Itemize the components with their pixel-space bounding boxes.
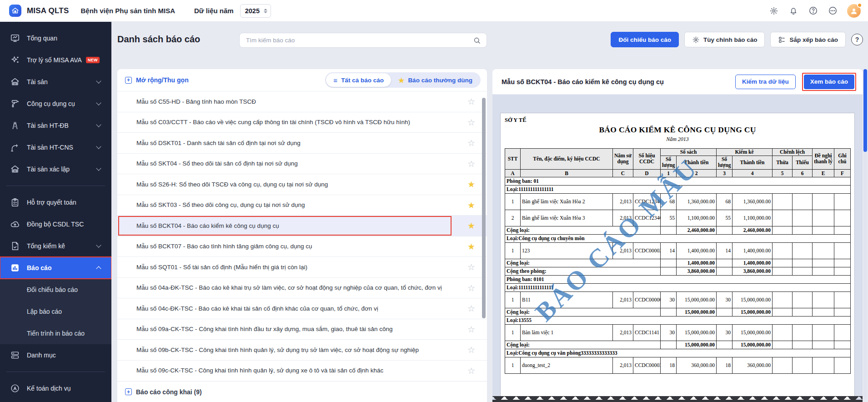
report-item-label: Mẫu số 04a-ĐK-TSC - Báo cáo kê khai trụ … bbox=[136, 284, 442, 291]
report-list-item[interactable]: Mẫu số 04a-ĐK-TSC - Báo cáo kê khai trụ … bbox=[117, 277, 487, 298]
report-list-item[interactable]: Mẫu số 09c-CK-TSC - Công khai tình hình … bbox=[117, 360, 487, 381]
report-list-item[interactable]: Mẫu số C55-HD - Bảng tính hao mòn TSCĐ ☆ bbox=[117, 91, 487, 112]
chevron-down-icon bbox=[96, 78, 101, 83]
document-subtitle: Năm 2013 bbox=[505, 136, 850, 143]
view-report-button[interactable]: Xem báo cáo bbox=[804, 75, 854, 89]
sidebar-item-label: Tổng quan bbox=[27, 35, 57, 42]
organization-name[interactable]: Bệnh viện Phụ sản tỉnh MISA bbox=[80, 7, 175, 15]
search-box[interactable] bbox=[239, 33, 487, 48]
app-logo-icon[interactable] bbox=[9, 5, 21, 17]
filter-favorite-reports[interactable]: ★ Báo cáo thường dùng bbox=[391, 73, 480, 87]
sort-report-button[interactable]: Sắp xếp báo cáo bbox=[770, 32, 846, 47]
sidebar: Tổng quan Trợ lý số MISA AVA NEW Tài sản… bbox=[0, 22, 111, 402]
asset-icon bbox=[10, 77, 20, 87]
sidebar-item-tai-san-xac-lap[interactable]: Tài sản xác lập bbox=[0, 158, 111, 180]
report-list-item[interactable]: Mẫu số 04c-ĐK-TSC - Báo cáo kê khai tài … bbox=[117, 298, 487, 319]
sidebar-item-label: Tài sản bbox=[27, 78, 48, 85]
settings-gear-icon[interactable] bbox=[769, 6, 779, 16]
sidebar-item-ho-tro-quyet-toan[interactable]: Hỗ trợ quyết toán bbox=[0, 191, 111, 213]
submenu-item-doi-chieu-bao-cao[interactable]: Đối chiếu báo cáo bbox=[0, 279, 111, 301]
sidebar-item-ke-toan-dich-vu[interactable]: Kế toán dịch vụ bbox=[0, 377, 111, 399]
table-row: 1duong_test_22,013CCDC00003018360,000.00… bbox=[505, 357, 851, 373]
year-spinner[interactable]: 2025 bbox=[240, 4, 271, 18]
star-icon[interactable]: ☆ bbox=[467, 117, 475, 127]
more-options-icon[interactable] bbox=[828, 6, 838, 16]
col-qty: Số lượng bbox=[661, 156, 677, 169]
filter-all-label: Tất cả báo cáo bbox=[341, 77, 384, 84]
star-icon[interactable]: ★ bbox=[467, 241, 475, 251]
filter-all-reports[interactable]: ≡ Tất cả báo cáo bbox=[326, 73, 391, 87]
star-icon[interactable]: ☆ bbox=[467, 138, 475, 148]
sidebar-item-tai-san[interactable]: Tài sản bbox=[0, 71, 111, 93]
star-icon[interactable]: ☆ bbox=[467, 345, 475, 355]
search-icon[interactable] bbox=[473, 36, 481, 45]
col-book: Số sách bbox=[661, 149, 717, 156]
star-icon[interactable]: ☆ bbox=[467, 96, 475, 107]
submenu-item-label: Lập báo cáo bbox=[27, 308, 62, 315]
star-icon[interactable]: ★ bbox=[467, 221, 475, 231]
star-icon[interactable]: ☆ bbox=[467, 365, 475, 376]
star-icon[interactable]: ☆ bbox=[467, 158, 475, 169]
spinner-arrows-icon[interactable] bbox=[264, 9, 267, 13]
col-proposal: Đề nghị thanh lý bbox=[813, 149, 834, 170]
report-list-item[interactable]: Mẫu số SKT04 - Sổ theo dõi tài sản cố đị… bbox=[117, 153, 487, 174]
report-list-item[interactable]: Mẫu số DSKT01 - Danh sách tài sản cố địn… bbox=[117, 132, 487, 153]
report-list-item[interactable]: Mẫu số SKT03 - Sổ theo dõi công cụ, dụng… bbox=[117, 195, 487, 216]
submenu-item-tien-trinh-in-bao-cao[interactable]: Tiến trình in báo cáo bbox=[0, 322, 111, 344]
report-list-item[interactable]: Mẫu số 09b-CK-TSC - Công khai tình hình … bbox=[117, 339, 487, 360]
star-icon[interactable]: ★ bbox=[467, 200, 475, 210]
col-diff: Chênh lệch bbox=[773, 149, 813, 156]
sidebar-item-danh-muc[interactable]: Danh mục bbox=[0, 344, 111, 366]
sidebar-item-tai-san-ht-db[interactable]: Tài sản HT-ĐB bbox=[0, 115, 111, 136]
sidebar-item-dong-bo-csdl[interactable]: Đồng bộ CSDL TSC bbox=[0, 213, 111, 235]
sidebar-item-tai-san-ht-cns[interactable]: Tài sản HT-CNS bbox=[0, 136, 111, 158]
search-input[interactable] bbox=[246, 37, 473, 44]
submenu-item-label: Tiến trình in báo cáo bbox=[27, 330, 85, 337]
plus-icon: + bbox=[125, 388, 132, 395]
sidebar-item-tong-quan[interactable]: Tổng quan bbox=[0, 27, 111, 49]
table-row: Loại:111111111111111 bbox=[505, 185, 851, 193]
star-icon[interactable]: ☆ bbox=[467, 303, 475, 314]
help-icon[interactable] bbox=[808, 6, 818, 16]
star-icon[interactable]: ☆ bbox=[467, 324, 475, 334]
user-avatar[interactable] bbox=[847, 4, 861, 18]
report-list-item[interactable]: Mẫu số 09a-CK-TSC - Công khai tình hình … bbox=[117, 319, 487, 340]
report-list-item[interactable]: Mẫu số S26-H: Sổ theo dõi TSCĐ và công c… bbox=[117, 174, 487, 195]
report-list-item[interactable]: Mẫu số BCKT04 - Báo cáo kiểm kê công cụ … bbox=[117, 215, 487, 236]
paint-roller-icon bbox=[10, 99, 20, 109]
expand-collapse-link[interactable]: + Mở rộng/Thu gọn bbox=[125, 76, 189, 84]
col-inventory: Kiểm kê bbox=[717, 149, 773, 156]
submenu-item-lap-bao-cao[interactable]: Lập báo cáo bbox=[0, 301, 111, 322]
report-list-item[interactable]: Mẫu số BCKT07 - Báo cáo tình hình tăng g… bbox=[117, 236, 487, 257]
table-row: Loại:Công cụ dụng cụ văn phòng3333333333… bbox=[505, 349, 851, 357]
sidebar-item-tong-kiem-ke[interactable]: Tổng kiểm kê bbox=[0, 235, 111, 257]
main-content: Danh sách báo cáo Đối chiếu báo cáo Tùy … bbox=[111, 22, 868, 402]
sidebar-item-tro-ly-so[interactable]: Trợ lý số MISA AVA NEW bbox=[0, 49, 111, 71]
sidebar-item-cong-cu-dung-cu[interactable]: Công cụ dụng cụ bbox=[0, 93, 111, 115]
report-list-item[interactable]: Mẫu số C03/CCTT - Báo cáo về việc cung c… bbox=[117, 112, 487, 133]
compare-report-button[interactable]: Đối chiếu báo cáo bbox=[611, 32, 679, 47]
preview-body[interactable]: SỞ Y TẾ BÁO CÁO KIỂM KÊ CÔNG CỤ DỤNG CỤ … bbox=[492, 95, 863, 402]
check-data-button[interactable]: Kiểm tra dữ liệu bbox=[735, 75, 796, 89]
sparkles-icon bbox=[10, 55, 20, 65]
preview-header: Mẫu số BCKT04 - Báo cáo kiểm kê công cụ … bbox=[492, 69, 863, 95]
report-item-label: Mẫu số 09c-CK-TSC - Công khai tình hình … bbox=[136, 367, 383, 374]
report-item-label: Mẫu số DSKT01 - Danh sách tài sản cố địn… bbox=[136, 140, 301, 146]
sidebar-item-bao-cao[interactable]: Báo cáo bbox=[0, 257, 111, 279]
notifications-bell-icon[interactable] bbox=[788, 6, 798, 16]
star-icon[interactable]: ★ bbox=[467, 179, 475, 190]
report-list-item[interactable]: Mẫu số SQT01 - Sổ tài sản cố định (Mẫu h… bbox=[117, 256, 487, 277]
chevron-down-icon bbox=[96, 144, 101, 149]
report-item-label: Mẫu số SQT01 - Sổ tài sản cố định (Mẫu h… bbox=[136, 264, 307, 271]
table-row: Loại:111111111111111 bbox=[505, 283, 851, 291]
page-scrollbar-thumb[interactable] bbox=[863, 69, 867, 152]
star-icon[interactable]: ☆ bbox=[467, 282, 475, 293]
chevron-down-icon bbox=[96, 100, 101, 105]
preview-title: Mẫu số BCKT04 - Báo cáo kiểm kê công cụ … bbox=[502, 78, 735, 85]
help-circle-button[interactable]: ? bbox=[851, 34, 863, 45]
list-scrollbar-thumb[interactable] bbox=[482, 98, 486, 318]
public-report-group[interactable]: + Báo cáo công khai (9) bbox=[117, 381, 487, 402]
customize-report-button[interactable]: Tùy chỉnh báo cáo bbox=[684, 32, 765, 47]
page-scrollbar-track[interactable] bbox=[863, 69, 867, 400]
star-icon[interactable]: ☆ bbox=[467, 262, 475, 272]
